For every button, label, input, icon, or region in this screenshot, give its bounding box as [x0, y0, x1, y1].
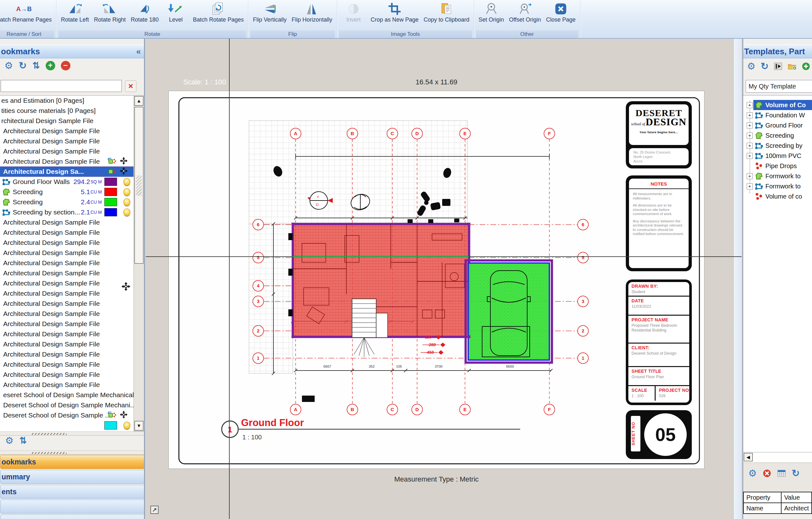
refresh-icon[interactable]: ↻ [792, 468, 800, 478]
list-item[interactable]: Architectural Design Sample File [0, 136, 134, 146]
list-item[interactable]: Architectural Design Sample File [0, 380, 134, 390]
list-item[interactable]: Architectural Design Sample File [0, 126, 134, 136]
list-item[interactable]: Architectural Design Sample File [0, 238, 134, 248]
gear-icon[interactable]: ⚙ [747, 61, 756, 71]
list-item[interactable]: Architectural Design Sample File [0, 298, 134, 309]
step-icon[interactable] [774, 62, 783, 71]
scroll-up-icon[interactable]: ▲ [135, 96, 143, 106]
panel-bar-empty[interactable] [0, 500, 144, 514]
crop-as-new-page-button[interactable]: Crop as New Page [368, 0, 421, 30]
rotate-left-button[interactable]: Rotate Left [58, 0, 91, 30]
clear-search-icon[interactable]: × [125, 81, 136, 92]
flip-horizontally-button[interactable]: Flip Horizontally [289, 0, 335, 30]
list-item[interactable]: eseret School of Design Sample Mechanica… [0, 390, 134, 400]
list-item[interactable]: Architectural Design Sample File [0, 288, 134, 298]
scrollbar-thumb[interactable] [135, 107, 143, 264]
add-item-icon[interactable] [802, 62, 810, 71]
list-item[interactable]: Architectural Design Sample File [0, 370, 134, 380]
tree-item-screeding-by[interactable]: +Screeding by [743, 141, 812, 151]
list-item[interactable]: Deseret School of Design Sample ... [0, 410, 134, 420]
tree-item-volume-of-co[interactable]: +Volume of co [743, 191, 812, 201]
list-item[interactable]: Architectural Design Sample File [0, 258, 134, 268]
drawing-page[interactable]: AABBCCDDEEFF 65432165321 666735210537006… [168, 91, 704, 469]
template-select[interactable]: My Qty Template [746, 80, 812, 93]
visibility-bulb-icon[interactable] [123, 178, 130, 185]
bookmarks-scrollbar[interactable]: ▲ ▼ [134, 95, 144, 431]
refresh-icon[interactable]: ↻ [761, 61, 768, 71]
list-item[interactable]: Architectural Design Sample File [0, 217, 134, 227]
color-swatch[interactable] [104, 208, 117, 217]
scroll-down-icon[interactable]: ▼ [135, 421, 143, 431]
remove-bookmark-icon[interactable]: − [61, 61, 70, 70]
list-item[interactable]: Screeding5.1CU M [0, 187, 134, 197]
panel-bar-ookmarks[interactable]: ookmarks [0, 455, 144, 469]
flip-vertically-button[interactable]: Flip Vertically [250, 0, 289, 30]
list-item[interactable]: Screeding2.4CU M [0, 197, 134, 207]
list-item[interactable]: Architectural Design Sample File [0, 278, 134, 288]
visibility-bulb-icon[interactable] [123, 422, 130, 429]
list-item[interactable]: Architectural Design Sample File [0, 359, 134, 370]
refresh-icon[interactable]: ↻ [19, 61, 27, 70]
visibility-bulb-icon[interactable] [123, 208, 130, 216]
tree-item-screeding[interactable]: +Screeding [743, 131, 812, 141]
close-page-button[interactable]: Close Page [543, 0, 578, 30]
tree-item-100mm-pvc[interactable]: +100mm PVC [743, 151, 812, 161]
panel-splitter[interactable] [0, 431, 145, 436]
gear-icon[interactable]: ⚙ [748, 468, 757, 478]
list-item[interactable]: Architectural Design Sample File [0, 268, 134, 278]
list-item[interactable]: Architectural Design Sample File [0, 248, 134, 258]
search-input[interactable] [1, 80, 122, 92]
expand-view-icon[interactable]: ↗ [150, 506, 158, 514]
drawing-canvas[interactable]: Scale: 1 : 100 16.54 x 11.69 [146, 39, 742, 519]
tree-item-foundation-w[interactable]: +Foundation W [743, 110, 812, 120]
batch-rename-pages-button[interactable]: A→BBatch Rename Pages [0, 0, 54, 30]
visibility-bulb-icon[interactable] [123, 188, 130, 196]
offset-origin-button[interactable]: Offset Origin [506, 0, 544, 30]
expand-icon[interactable]: + [747, 173, 753, 179]
panel-splitter[interactable] [0, 451, 145, 455]
gear-icon[interactable]: ⚙ [4, 61, 13, 70]
list-item[interactable]: es and Estimation [0 Pages] [0, 95, 134, 106]
tree-item-volume-of-co[interactable]: +Volume of Co [743, 100, 812, 110]
tree-item-formwork-to[interactable]: +Formwork to [743, 171, 812, 181]
list-item[interactable]: Architectural Design Sample File [0, 349, 134, 359]
canvas-vertical-scrollbar[interactable] [733, 39, 742, 519]
expand-icon[interactable]: + [747, 112, 753, 118]
tree-item-formwork-to[interactable]: +Formwork to [743, 181, 812, 191]
list-item[interactable]: Architectural Design Sample File [0, 319, 134, 329]
list-item[interactable]: Architectural Design Sample File [0, 339, 134, 349]
delete-icon[interactable] [762, 469, 772, 478]
property-table-row[interactable]: NameArchitect [744, 503, 812, 514]
sort-icon[interactable]: ⇅ [32, 61, 40, 70]
list-item[interactable] [0, 420, 134, 431]
level-button[interactable]: Level [161, 0, 190, 30]
list-item-selected[interactable]: Architectural Design Sa... [0, 167, 134, 177]
list-item[interactable]: Ground Floor Walls294.2SQ M [0, 177, 134, 187]
list-item[interactable]: tities course materials [0 Pages] [0, 106, 134, 116]
list-item[interactable]: Architectural Design Sample File [0, 227, 134, 238]
collapse-panel-icon[interactable]: « [136, 45, 141, 58]
list-item[interactable]: Screeding by section...2.1CU M [0, 207, 134, 217]
list-item[interactable]: Architectural Design Sample File [0, 309, 134, 319]
expand-icon[interactable]: + [747, 153, 753, 159]
visibility-bulb-icon[interactable] [123, 198, 130, 206]
set-origin-button[interactable]: Set Origin [476, 0, 506, 30]
tree-item-pipe-drops[interactable]: +Pipe Drops [743, 161, 812, 171]
list-item[interactable]: Architectural Design Sample File [0, 329, 134, 339]
table-icon[interactable] [777, 469, 786, 478]
list-item[interactable]: Architectural Design Sample File [0, 156, 134, 167]
templates-hscrollbar[interactable]: ◀ [743, 452, 812, 462]
rotate-180-button[interactable]: Rotate 180 [128, 0, 161, 30]
list-item[interactable]: Deseret School of Design Sample Mechani.… [0, 400, 134, 410]
panel-bar-ummary[interactable]: ummary [0, 470, 144, 484]
rotate-right-button[interactable]: Rotate Right [91, 0, 128, 30]
list-item[interactable]: Architectural Design Sample File [0, 146, 134, 156]
expand-icon[interactable]: + [747, 133, 753, 139]
expand-icon[interactable]: + [747, 102, 753, 108]
scroll-left-icon[interactable]: ◀ [744, 453, 753, 461]
color-swatch[interactable] [104, 421, 117, 430]
add-folder-icon[interactable] [788, 62, 796, 71]
expand-icon[interactable]: + [747, 183, 753, 190]
add-bookmark-icon[interactable]: + [46, 61, 55, 70]
color-swatch[interactable] [104, 198, 117, 206]
